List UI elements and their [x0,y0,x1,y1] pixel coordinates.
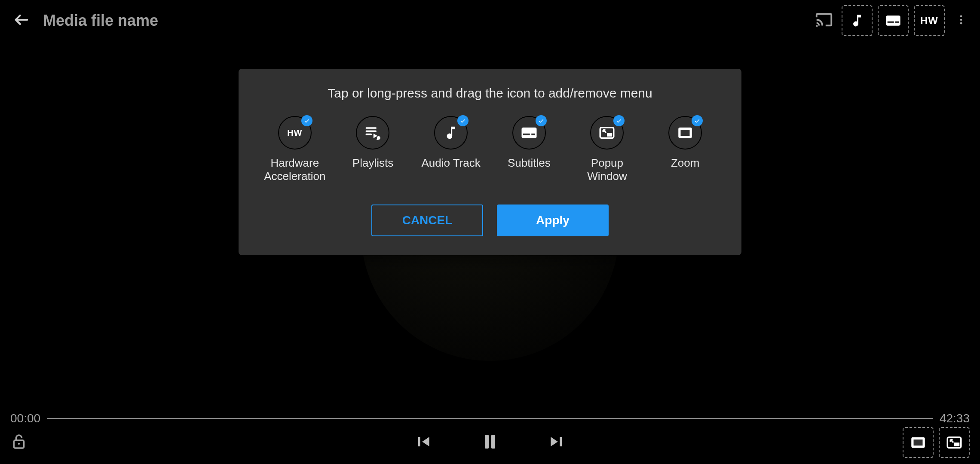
option-subtitles[interactable]: Subtitles [493,116,564,183]
svg-rect-18 [531,134,535,135]
svg-rect-20 [607,133,612,137]
option-hardware-acceleration[interactable]: HW Hardware Acceleration [259,116,330,183]
check-badge-icon [457,115,469,126]
zoom-icon [676,124,694,142]
customize-menu-dialog: Tap or long-press and drag the icon to a… [239,69,741,255]
audio-track-icon [443,125,459,141]
option-label: Subtitles [508,156,551,170]
video-player: Media file name [0,0,980,464]
option-label: Popup Window [572,156,643,183]
dialog-buttons: CANCEL Apply [256,205,724,236]
dialog-backdrop: Tap or long-press and drag the icon to a… [0,0,980,464]
cancel-button[interactable]: CANCEL [371,205,483,236]
playlist-icon [363,123,382,142]
svg-rect-17 [523,134,530,135]
hw-icon: HW [287,128,302,138]
apply-button[interactable]: Apply [497,205,609,236]
popup-window-icon [598,124,616,142]
option-zoom[interactable]: Zoom [650,116,721,183]
check-badge-icon [613,115,625,126]
option-label: Playlists [352,156,393,170]
option-label: Hardware Acceleration [259,156,330,183]
option-popup-window[interactable]: Popup Window [572,116,643,183]
option-label: Audio Track [421,156,480,170]
subtitles-icon [520,124,538,142]
check-badge-icon [692,115,703,126]
check-badge-icon [301,115,312,126]
dialog-options: HW Hardware Acceleration [256,116,724,183]
dialog-title: Tap or long-press and drag the icon to a… [256,86,724,101]
option-audio-track[interactable]: Audio Track [416,116,487,183]
svg-rect-16 [521,128,536,138]
svg-rect-22 [681,130,690,136]
check-badge-icon [536,115,547,126]
option-label: Zoom [671,156,699,170]
option-playlists[interactable]: Playlists [337,116,408,183]
